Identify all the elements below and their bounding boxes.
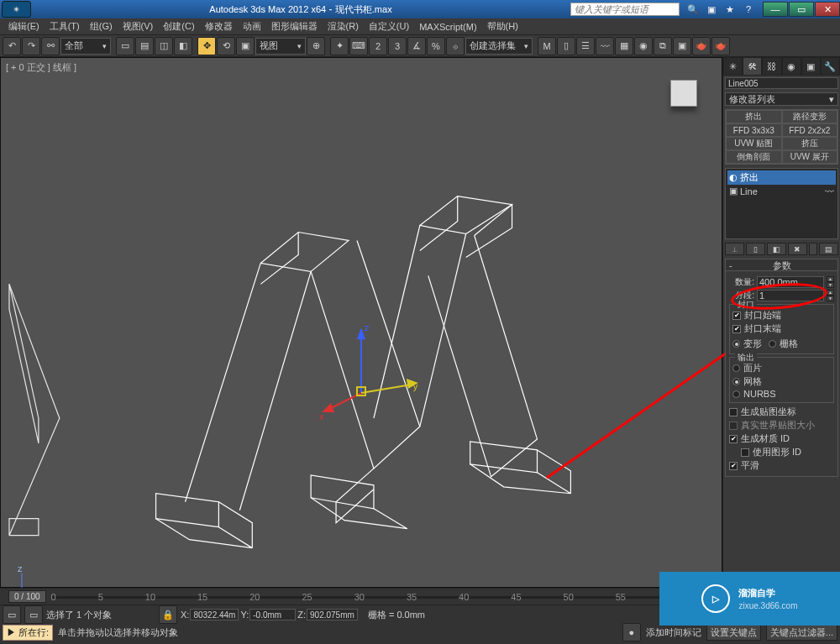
menu-render[interactable]: 渲染(R) [323,18,364,34]
tag-button[interactable]: ● [622,623,641,641]
undo-button[interactable]: ↶ [3,37,21,55]
morph-radio[interactable]: 变形 [732,338,762,350]
stack-extrude[interactable]: ◐挤出 [727,170,836,185]
speech-icon[interactable]: ▣ [705,3,718,16]
setkey-button[interactable]: 设置关键点 [706,625,761,641]
snap2-button[interactable]: 2 [369,37,387,55]
cap-start-check[interactable]: ✔封口始端 [732,309,831,322]
segs-spinner[interactable]: 1 [757,290,824,301]
help-search-input[interactable] [570,3,680,16]
selection-filter[interactable]: 全部 [60,38,111,55]
percent-button[interactable]: % [427,37,445,55]
quick-render-button[interactable]: 🫖 [711,37,730,55]
rotate-button[interactable]: ⟲ [217,37,235,55]
modifier-list[interactable]: 修改器列表 [725,92,838,106]
time-range[interactable]: 0 / 100 [8,590,46,603]
menu-modifiers[interactable]: 修改器 [200,18,238,34]
mirror-button[interactable]: М [538,37,556,55]
window-cross-button[interactable]: ◧ [174,37,192,55]
scale-button[interactable]: ▣ [236,37,255,55]
display-tab[interactable]: ▣ [801,57,821,76]
menu-create[interactable]: 创建(C) [158,18,199,34]
btn-extrude[interactable]: 挤出 [726,110,782,123]
rfw-button[interactable]: ▣ [673,37,691,55]
region-button[interactable]: ◫ [155,37,173,55]
segs-spin-buttons[interactable]: ▲▼ [827,290,834,301]
menu-anim[interactable]: 动画 [238,18,266,34]
gen-map-check[interactable]: 生成贴图坐标 [729,406,834,418]
named-selection[interactable]: 创建选择集 [465,38,533,55]
z-coord[interactable]: 902.075mm [307,609,358,620]
btn-ffd2[interactable]: FFD 2x2x2 [782,123,838,137]
star-icon[interactable]: ★ [723,3,737,16]
y-coord[interactable]: -0.0mm [249,609,296,620]
coord-system[interactable]: 视图 [255,38,306,55]
x-coord[interactable]: 80322.44m [190,609,239,620]
amount-spinner[interactable]: 400.0mm [757,276,824,288]
link-button[interactable]: ⚯ [41,37,60,55]
menu-script[interactable]: MAXScript(M) [414,20,481,34]
modifier-stack[interactable]: ◐挤出 ▣Line〰 [725,168,838,239]
use-shape-check[interactable]: 使用图形 ID [729,446,834,458]
btn-pathdeform[interactable]: 路径变形 [782,110,838,123]
hierarchy-tab[interactable]: ⛓ [762,57,781,76]
create-tab[interactable]: ✳ [723,57,743,76]
layers-button[interactable]: ☰ [576,37,595,55]
utilities-tab[interactable]: 🔧 [821,57,840,76]
select-name-button[interactable]: ▤ [135,37,154,55]
pivot-button[interactable]: ⊕ [307,37,325,55]
btn-ffd3[interactable]: FFD 3x3x3 [726,123,782,137]
menu-custom[interactable]: 自定义(U) [364,18,414,34]
time-tag[interactable]: 添加时间标记 [646,626,701,639]
keyfilter-button[interactable]: 关键点过滤器... [766,625,837,641]
align-button[interactable]: ▯ [557,37,575,55]
curve-button[interactable]: 〰 [596,37,614,55]
show-end-button[interactable]: ▯ [746,243,765,255]
rollout-header[interactable]: 参数 [726,259,837,271]
manip-button[interactable]: ✦ [330,37,349,55]
maximize-button[interactable]: ▭ [789,2,814,17]
kbd-button[interactable]: ⌨ [349,37,368,55]
btn-unwrap[interactable]: UVW 展开 [782,150,838,164]
smooth-check[interactable]: ✔平滑 [729,459,834,472]
render-setup-button[interactable]: ⧉ [654,37,672,55]
unique-button[interactable]: ◧ [767,243,786,255]
render-button[interactable]: 🫖 [692,37,711,55]
nurbs-radio[interactable]: NURBS [732,389,831,399]
mesh-radio[interactable]: 网格 [732,375,831,388]
set-flyout-icon[interactable]: ▭ [3,605,21,624]
amount-spin-buttons[interactable]: ▲▼ [827,276,834,288]
remove-button[interactable]: ✖ [788,243,807,255]
grid-radio[interactable]: 栅格 [769,338,798,350]
redo-button[interactable]: ↷ [22,37,40,55]
close-button[interactable]: ✕ [815,2,840,17]
search-icon[interactable]: 🔍 [686,3,700,16]
material-button[interactable]: ◉ [634,37,653,55]
menu-tools[interactable]: 工具(T) [45,18,85,34]
snap3-button[interactable]: 3 [388,37,407,55]
menu-help[interactable]: 帮助(H) [482,18,523,34]
config-button[interactable]: ▤ [819,243,838,255]
btn-squeeze[interactable]: 挤压 [782,137,838,150]
minimize-button[interactable]: — [763,2,788,17]
object-name-field[interactable] [725,77,838,89]
patch-radio[interactable]: 面片 [732,362,831,374]
move-button[interactable]: ✥ [197,37,216,55]
motion-tab[interactable]: ◉ [782,57,801,76]
btn-bevel[interactable]: 倒角剖面 [726,150,782,164]
modify-tab[interactable]: 🛠 [743,57,762,76]
app-logo[interactable]: ✴ [2,1,31,18]
spinner-button[interactable]: ⟐ [446,37,465,55]
lock-button[interactable]: 🔒 [159,605,177,624]
schematic-button[interactable]: ▦ [615,37,633,55]
script-listener[interactable]: ▶ 所在行: [3,625,53,641]
stack-line[interactable]: ▣Line〰 [727,185,836,197]
help-icon[interactable]: ? [742,3,755,16]
btn-uvwmap[interactable]: UVW 贴图 [726,137,782,150]
menu-group[interactable]: 组(G) [85,18,118,34]
anglesnap-button[interactable]: ∡ [407,37,426,55]
cap-end-check[interactable]: ✔封口末端 [732,322,831,335]
set-flyout2-icon[interactable]: ▭ [24,605,43,624]
menu-graph[interactable]: 图形编辑器 [266,18,323,34]
real-world-check[interactable]: 真实世界贴图大小 [729,419,834,432]
